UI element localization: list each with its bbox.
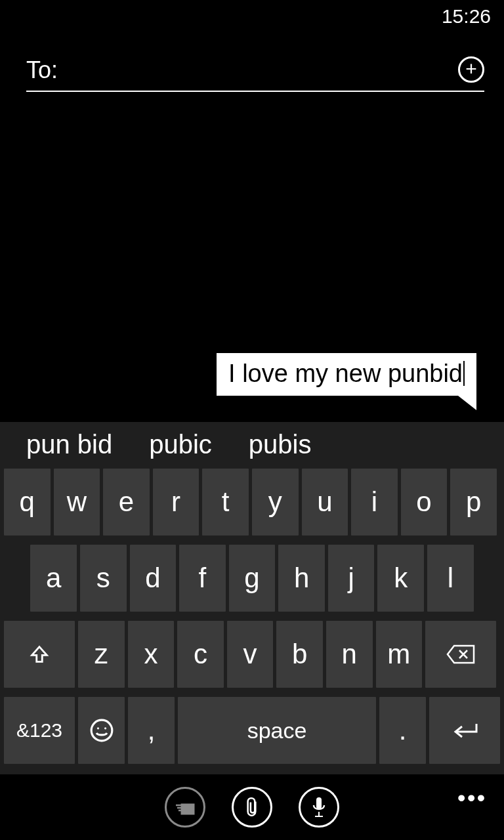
- send-button[interactable]: [165, 787, 205, 828]
- key-k[interactable]: k: [377, 545, 424, 612]
- key-m[interactable]: m: [376, 621, 423, 688]
- key-backspace[interactable]: [425, 621, 496, 688]
- key-c[interactable]: c: [177, 621, 224, 688]
- key-d[interactable]: d: [130, 545, 177, 612]
- message-text: I love my new punbid: [228, 360, 463, 387]
- to-label: To:: [26, 56, 58, 84]
- bubble-tail: [458, 396, 476, 410]
- voice-button[interactable]: [299, 787, 339, 828]
- suggestion-1[interactable]: pun bid: [26, 430, 112, 459]
- key-v[interactable]: v: [227, 621, 274, 688]
- key-x[interactable]: x: [128, 621, 175, 688]
- key-g[interactable]: g: [229, 545, 276, 612]
- more-button[interactable]: •••: [457, 785, 487, 810]
- key-u[interactable]: u: [302, 469, 348, 536]
- key-emoji[interactable]: [78, 697, 125, 764]
- key-row-4: &123 , space .: [0, 697, 504, 764]
- suggestion-bar: pun bid pubic pubis: [0, 430, 504, 469]
- key-l[interactable]: l: [427, 545, 474, 612]
- arrow-up-icon: [28, 643, 51, 665]
- paperclip-icon: [243, 796, 261, 818]
- key-p[interactable]: p: [450, 469, 497, 536]
- text-caret: [463, 361, 465, 386]
- keyboard: pun bid pubic pubis q w e r t y u i o p …: [0, 422, 504, 774]
- backspace-icon: [446, 644, 475, 664]
- key-a[interactable]: a: [30, 545, 77, 612]
- key-i[interactable]: i: [351, 469, 398, 536]
- suggestion-3[interactable]: pubis: [249, 430, 312, 459]
- key-period[interactable]: .: [379, 697, 426, 764]
- key-comma[interactable]: ,: [128, 697, 175, 764]
- svg-rect-4: [316, 797, 322, 809]
- smile-icon: [89, 718, 114, 743]
- svg-point-1: [96, 727, 98, 729]
- return-icon: [450, 721, 479, 740]
- key-o[interactable]: o: [401, 469, 448, 536]
- send-icon: [175, 799, 196, 816]
- key-f[interactable]: f: [179, 545, 226, 612]
- attach-button[interactable]: [232, 787, 272, 828]
- suggestion-2[interactable]: pubic: [149, 430, 212, 459]
- key-row-3: z x c v b n m: [0, 621, 504, 688]
- svg-rect-3: [181, 804, 194, 814]
- key-s[interactable]: s: [80, 545, 127, 612]
- message-area[interactable]: I love my new punbid: [0, 92, 504, 422]
- to-field-row: To: +: [26, 56, 484, 92]
- key-row-1: q w e r t y u i o p: [0, 469, 504, 536]
- key-enter[interactable]: [429, 697, 500, 764]
- app-bar: •••: [0, 774, 504, 840]
- key-y[interactable]: y: [252, 469, 299, 536]
- key-h[interactable]: h: [278, 545, 325, 612]
- key-symnum[interactable]: &123: [4, 697, 75, 764]
- clock: 15:26: [442, 5, 491, 28]
- key-t[interactable]: t: [202, 469, 249, 536]
- key-b[interactable]: b: [276, 621, 323, 688]
- key-r[interactable]: r: [153, 469, 200, 536]
- compose-bubble[interactable]: I love my new punbid: [217, 353, 476, 396]
- key-space[interactable]: space: [178, 697, 376, 764]
- add-contact-button[interactable]: +: [458, 56, 484, 83]
- microphone-icon: [312, 796, 326, 818]
- plus-icon: +: [465, 59, 477, 79]
- svg-rect-6: [315, 816, 323, 817]
- key-n[interactable]: n: [326, 621, 373, 688]
- to-input[interactable]: [68, 58, 458, 83]
- status-bar: 15:26: [0, 0, 504, 30]
- svg-point-0: [91, 720, 112, 741]
- key-shift[interactable]: [4, 621, 75, 688]
- key-e[interactable]: e: [103, 469, 150, 536]
- key-row-2: a s d f g h j k l: [0, 545, 504, 612]
- key-w[interactable]: w: [54, 469, 100, 536]
- key-j[interactable]: j: [328, 545, 375, 612]
- svg-rect-5: [318, 812, 320, 816]
- key-z[interactable]: z: [78, 621, 125, 688]
- key-q[interactable]: q: [4, 469, 51, 536]
- svg-point-2: [104, 727, 106, 729]
- compose-header: To: +: [0, 30, 504, 92]
